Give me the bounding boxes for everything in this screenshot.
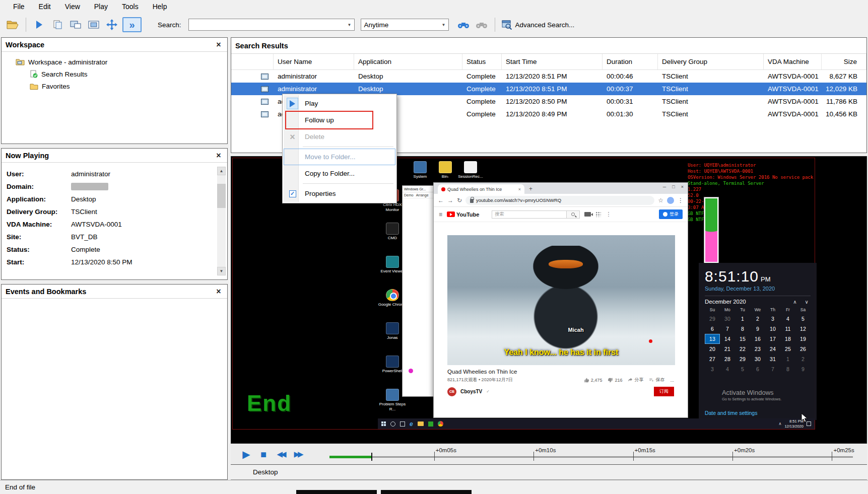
now-playing-scrollbar[interactable]: ▲ ▼	[217, 167, 226, 275]
menu-item-play[interactable]: Play	[284, 95, 395, 112]
actual-size-button[interactable]	[68, 17, 83, 32]
scroll-up-icon[interactable]: ▲	[217, 167, 226, 175]
calendar-day: 3	[765, 314, 780, 324]
menu-item-delete[interactable]: × Delete	[284, 128, 395, 145]
now-playing-body: User: administrator Domain: Application:…	[2, 163, 227, 279]
search-input[interactable]	[189, 19, 345, 30]
advanced-search-label: Advanced Search...	[515, 21, 575, 29]
sysinfo-line: Stand-alone, Terminal Server	[688, 180, 814, 186]
menu-separator	[303, 183, 393, 184]
close-icon[interactable]: ×	[214, 40, 223, 49]
search-execute-button[interactable]	[456, 17, 471, 32]
menu-item-label: Play	[305, 100, 318, 107]
calendar-day: 4	[780, 314, 795, 324]
magnifier-icon	[571, 213, 575, 216]
menu-edit[interactable]: Edit	[32, 1, 58, 12]
calendar-day: 27	[705, 354, 720, 364]
close-icon[interactable]: ×	[214, 151, 223, 160]
demo-window-title: Windows Gr...	[403, 186, 434, 192]
menu-item-move-to-folder[interactable]: Move to Folder...	[284, 149, 395, 165]
share-label: 分享	[634, 377, 643, 383]
search-results-title: Search Results	[231, 38, 866, 54]
menu-item-label: Properties	[305, 190, 336, 197]
tree-node-favorites[interactable]: Favorites	[4, 80, 225, 92]
time-filter-combo[interactable]: Anytime ▼	[361, 19, 449, 31]
recording-icon-cell	[231, 111, 274, 117]
timeline-label: +0m05s	[436, 447, 456, 453]
result-cell: Desktop	[354, 73, 462, 80]
advanced-search-button[interactable]: Advanced Search...	[502, 20, 575, 30]
events-panel-title: Events and Bookmarks	[6, 288, 86, 296]
end-of-recording-watermark: End	[247, 391, 292, 416]
results-column-header[interactable]: Duration	[603, 54, 658, 69]
seek-timeline[interactable]: +0m05s+0m10s+0m15s+0m20s+0m25s	[329, 444, 853, 464]
browser-tab: Quad Wheelies on Thin Ice ×	[438, 184, 524, 194]
result-cell: AWTSVDA-0001	[764, 85, 822, 93]
close-icon[interactable]: ×	[214, 287, 223, 296]
profile-avatar	[667, 197, 674, 204]
desktop-icon-label: System	[414, 174, 427, 179]
tree-node-search-results[interactable]: Search Results	[4, 68, 225, 80]
bin--icon	[439, 161, 452, 173]
play-button-toolbar[interactable]	[32, 17, 47, 32]
pan-button[interactable]	[104, 17, 119, 32]
open-folder-button[interactable]	[5, 17, 20, 32]
result-cell: 12/13/2020 8:50 PM	[502, 98, 603, 105]
results-column-header[interactable]: Status	[462, 54, 502, 69]
menu-file[interactable]: File	[6, 1, 32, 12]
result-cell: 00:00:46	[603, 73, 658, 80]
tree-node-label: Favorites	[42, 83, 70, 90]
fast-forward-button[interactable]: ▶▶	[289, 446, 306, 462]
calendar-day: 9	[795, 364, 811, 374]
youtube-signin-button: 登录	[659, 209, 683, 219]
menu-view[interactable]: View	[58, 1, 87, 12]
play-icon	[287, 98, 298, 109]
desktop-icon: SessionRec...	[456, 161, 485, 179]
results-column-header[interactable]: Delivery Group	[658, 54, 764, 69]
calendar-day: 8	[780, 364, 795, 374]
calendar-day: 12	[795, 324, 811, 334]
results-column-header[interactable]: Start Time	[502, 54, 603, 69]
scroll-down-icon[interactable]: ▼	[217, 267, 226, 275]
results-column-header[interactable]: User Name	[274, 54, 354, 69]
binoculars-icon	[457, 21, 470, 29]
results-column-header[interactable]: VDA Machine	[764, 54, 822, 69]
fast-forward-icon: ▶▶	[294, 450, 301, 458]
menu-play[interactable]: Play	[87, 1, 115, 12]
activate-windows-title: Activate Windows	[722, 389, 781, 396]
results-column-header[interactable]: Application	[354, 54, 462, 69]
search-next-button[interactable]	[474, 17, 489, 32]
menu-tools[interactable]: Tools	[115, 1, 146, 12]
chevrons-icon: »	[129, 19, 135, 31]
play-button[interactable]: ▶	[238, 446, 255, 462]
result-cell: 12/13/2020 8:51 PM	[502, 85, 603, 93]
menu-item-follow-up[interactable]: Follow up	[284, 112, 395, 128]
calendar-day: 22	[735, 344, 750, 354]
copy-page-button[interactable]	[50, 17, 65, 32]
calendar-day: 24	[765, 344, 780, 354]
menu-item-copy-to-folder[interactable]: Copy to Folder...	[284, 165, 395, 182]
calendar-day-header: Su	[705, 306, 720, 314]
apps-grid-icon	[595, 211, 601, 217]
results-column-header[interactable]: Size	[822, 54, 866, 69]
scrollbar-thumb[interactable]	[217, 184, 226, 208]
fit-window-button[interactable]	[86, 17, 101, 32]
search-dropdown-arrow-icon[interactable]: ▼	[345, 19, 354, 30]
field-value: AWTSVDA-0001	[71, 221, 122, 228]
rewind-button[interactable]: ◀◀	[272, 446, 289, 462]
calendar-day: 29	[735, 354, 750, 364]
calendar-day: 9	[750, 324, 765, 334]
now-playing-field: Start: 12/13/2020 8:50 PM	[7, 256, 214, 268]
timeline-playhead[interactable]	[371, 453, 372, 461]
desktop-icon-label: Jonas	[387, 335, 397, 340]
menu-help[interactable]: Help	[146, 1, 174, 12]
star-icon: ☆	[658, 197, 663, 204]
result-row[interactable]: administratorDesktopComplete12/13/2020 8…	[231, 70, 866, 83]
save-label: 保存	[655, 377, 664, 383]
results-column-icon[interactable]	[231, 54, 274, 69]
toggle-panels-button[interactable]: »	[122, 17, 142, 32]
player-tab-desktop[interactable]: Desktop	[253, 468, 278, 476]
stop-button[interactable]: ■	[255, 446, 272, 462]
tree-node-workspace-root[interactable]: Workspace - administrator	[4, 56, 225, 68]
menu-item-properties[interactable]: ✓ Properties	[284, 185, 395, 202]
